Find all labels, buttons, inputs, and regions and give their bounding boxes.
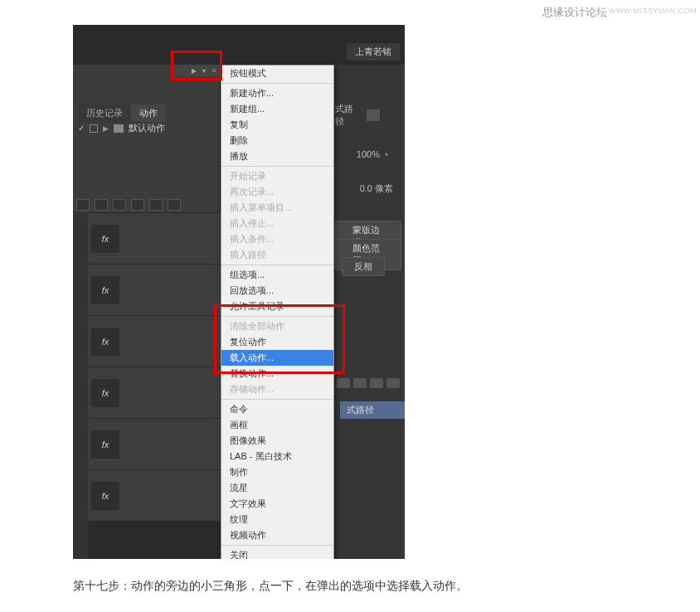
fx-badge: fx — [91, 225, 119, 253]
document-name-button[interactable]: 上青若铭 — [347, 43, 400, 61]
expand-arrow-icon: ▶ — [103, 124, 109, 133]
menu-group-options[interactable]: 组选项... — [221, 267, 333, 283]
dropdown-small-icon: ▾ — [199, 66, 209, 75]
menu-separator — [221, 545, 333, 546]
menu-button-mode[interactable]: 按钮模式 — [221, 66, 333, 81]
stop-button[interactable] — [76, 199, 90, 211]
checkmark-icon: ✓ — [78, 124, 85, 133]
layer-row[interactable]: fx — [88, 418, 221, 469]
path-label: 式路径 — [335, 103, 362, 128]
record-button[interactable] — [95, 199, 108, 211]
menu-play[interactable]: 播放 — [221, 148, 333, 164]
menu-stars[interactable]: 流星 — [221, 480, 333, 496]
menu-replace-actions[interactable]: 替换动作... — [221, 366, 333, 381]
actions-panel: 历史记录 动作 ✓ ▶ 默认动作 — [73, 65, 221, 212]
menu-image-effects[interactable]: 图像效果 — [221, 433, 333, 449]
menu-playback-options[interactable]: 回放选项... — [221, 283, 333, 299]
photoshop-screenshot: 上青若铭 历史记录 动作 ✓ ▶ 默认动作 ▶ ▾ ≡ 按钮模式 新建动作... — [73, 25, 405, 559]
menu-separator — [221, 265, 333, 265]
feather-row[interactable]: 0.0 像素 — [360, 182, 393, 195]
menu-duplicate[interactable]: 复制 — [221, 117, 333, 133]
menu-video-actions[interactable]: 视频动作 — [221, 527, 333, 543]
menu-separator — [221, 316, 333, 317]
layer-row[interactable]: fx — [88, 367, 221, 418]
properties-panel: 式路径 100% ▾ 0.0 像素 蒙版边缘... 颜色范围... 反相 式路径 — [335, 65, 405, 559]
new-action-button[interactable] — [149, 199, 163, 211]
watermark-site-url: WWW.MISSYUAN.COM — [609, 7, 697, 15]
action-set-row[interactable]: ✓ ▶ 默认动作 — [76, 119, 167, 137]
menu-textures[interactable]: 纹理 — [221, 512, 333, 527]
menu-separator — [221, 166, 333, 167]
fx-badge: fx — [91, 379, 119, 407]
watermark-site-name: 思缘设计论坛 — [542, 5, 607, 20]
fx-badge: fx — [91, 328, 119, 356]
action-set-label: 默认动作 — [129, 122, 165, 134]
ring-icon[interactable] — [353, 378, 367, 388]
path-label-row: 式路径 — [335, 103, 380, 128]
layer-row[interactable]: fx — [88, 315, 221, 367]
menu-allow-tool-record[interactable]: 允许工具记录 — [221, 299, 333, 314]
menu-insert-stop: 插入停止... — [221, 216, 333, 231]
fx-badge: fx — [91, 482, 119, 510]
layers-list: fx fx fx fx fx fx — [88, 212, 221, 521]
fx-badge: fx — [91, 430, 119, 459]
flyout-menu-icon: ≡ — [209, 66, 219, 75]
actions-flyout-menu: 按钮模式 新建动作... 新建组... 复制 删除 播放 开始记录 再次记录..… — [221, 65, 334, 559]
menu-new-group[interactable]: 新建组... — [221, 101, 333, 117]
panel-menu-trigger[interactable]: ▶ ▾ ≡ — [173, 65, 221, 76]
menu-lab-bw[interactable]: LAB - 黑白技术 — [221, 449, 333, 464]
menu-separator — [221, 399, 333, 400]
dropdown-arrow-icon: ▾ — [385, 151, 388, 158]
apply-icon[interactable] — [370, 378, 383, 388]
menu-frames[interactable]: 画框 — [221, 417, 333, 433]
menu-commands[interactable]: 命令 — [221, 401, 333, 417]
menu-reset-actions[interactable]: 复位动作 — [221, 334, 333, 350]
menu-insert-path: 插入路径 — [221, 247, 333, 263]
tutorial-caption: 第十七步：动作的旁边的小三角形，点一下，在弹出的选项中选择载入动作。 — [73, 579, 468, 594]
folder-icon — [114, 124, 124, 133]
menu-clear-all: 清除全部动作 — [221, 318, 333, 334]
layer-row[interactable]: fx — [88, 212, 221, 264]
invert-button[interactable]: 反相 — [342, 257, 385, 276]
feather-value: 0.0 像素 — [360, 182, 393, 195]
opacity-row[interactable]: 100% ▾ — [357, 149, 388, 159]
menu-save-actions: 存储动作... — [221, 381, 333, 397]
menu-close[interactable]: 关闭 — [221, 547, 333, 559]
layer-row[interactable]: fx — [88, 469, 221, 521]
play-button[interactable] — [113, 199, 126, 211]
opacity-value: 100% — [357, 149, 380, 159]
delete-button[interactable] — [168, 199, 181, 211]
menu-record-again: 再次记录... — [221, 184, 333, 200]
menu-separator — [221, 83, 333, 84]
menu-insert-condition: 插入条件... — [221, 231, 333, 247]
menu-text-effects[interactable]: 文字效果 — [221, 496, 333, 512]
trash-icon[interactable] — [386, 378, 400, 388]
play-small-icon: ▶ — [189, 66, 199, 75]
menu-new-action[interactable]: 新建动作... — [221, 85, 333, 101]
menu-insert-menu-item: 插入菜单项目... — [221, 200, 333, 216]
eye-icon[interactable] — [337, 378, 350, 388]
layer-row[interactable]: fx — [88, 264, 221, 315]
fx-badge: fx — [91, 276, 119, 304]
menu-load-actions[interactable]: 载入动作... — [221, 350, 333, 366]
menu-start-record: 开始记录 — [221, 168, 333, 184]
left-strip — [73, 212, 88, 559]
path-item-selected[interactable]: 式路径 — [340, 401, 405, 419]
menu-delete[interactable]: 删除 — [221, 133, 333, 148]
menu-production[interactable]: 制作 — [221, 464, 333, 480]
mask-footer-icons — [337, 378, 400, 388]
new-set-button[interactable] — [131, 199, 144, 211]
action-panel-controls — [76, 199, 181, 211]
dialog-toggle-icon — [90, 124, 98, 133]
path-icon[interactable] — [367, 109, 380, 121]
